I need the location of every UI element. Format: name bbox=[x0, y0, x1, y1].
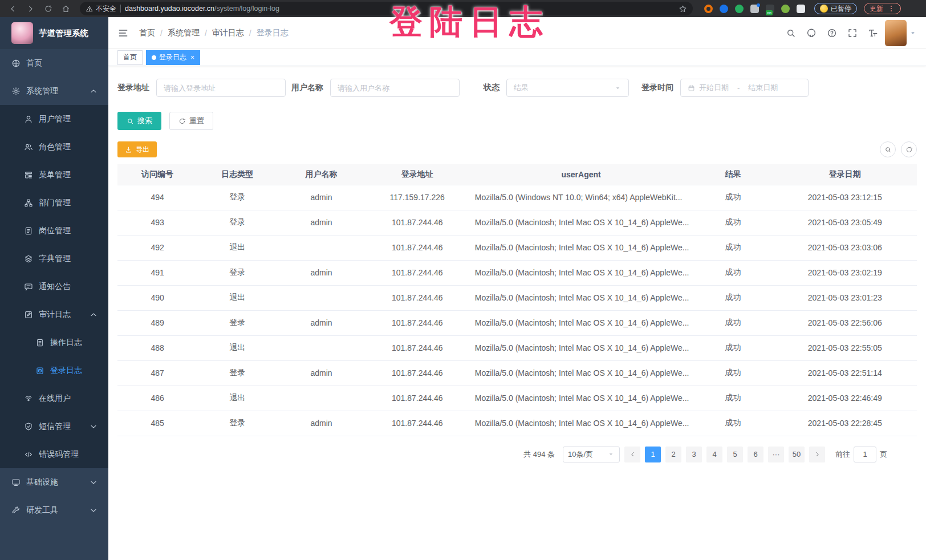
cell bbox=[277, 335, 365, 360]
orange-ring-extension-icon[interactable] bbox=[704, 5, 713, 13]
download-icon bbox=[125, 146, 132, 153]
search-button[interactable]: 搜索 bbox=[117, 112, 161, 130]
tab-0[interactable]: 首页 bbox=[117, 50, 143, 65]
sidebar-item-14[interactable]: 错误码管理 bbox=[0, 440, 108, 468]
sidebar-item-15[interactable]: 基础设施 bbox=[0, 468, 108, 496]
export-button[interactable]: 导出 bbox=[117, 141, 157, 157]
cell: 101.87.244.46 bbox=[365, 285, 469, 310]
user-avatar[interactable] bbox=[885, 20, 907, 46]
search-icon[interactable] bbox=[783, 26, 798, 40]
login-address-field[interactable] bbox=[164, 84, 278, 92]
sidebar-item-4[interactable]: 菜单管理 bbox=[0, 161, 108, 189]
goto-page-input[interactable] bbox=[854, 447, 876, 462]
user-menu-caret-icon[interactable] bbox=[909, 29, 917, 37]
browser-reload-icon[interactable] bbox=[41, 5, 55, 13]
breadcrumb-item-3: 登录日志 bbox=[257, 28, 289, 38]
page-size-caret-icon bbox=[607, 451, 615, 458]
cell: 登录 bbox=[197, 185, 277, 210]
sidebar-item-13[interactable]: 短信管理 bbox=[0, 412, 108, 440]
sidebar: 芋道管理系统 首页系统管理用户管理角色管理菜单管理部门管理岗位管理字典管理通知公… bbox=[0, 17, 108, 560]
reset-button[interactable]: 重置 bbox=[169, 112, 213, 130]
puzzle-extension-icon[interactable] bbox=[797, 5, 805, 13]
warning-triangle-icon bbox=[86, 5, 93, 13]
column-header-2: 用户名称 bbox=[277, 164, 365, 185]
sidebar-item-0[interactable]: 首页 bbox=[0, 49, 108, 77]
page-button-4[interactable]: 4 bbox=[706, 447, 722, 462]
cell: 2021-05-03 22:51:14 bbox=[773, 360, 917, 385]
browser-menu-icon[interactable] bbox=[886, 5, 895, 13]
cell: admin bbox=[277, 210, 365, 235]
sidebar-item-7[interactable]: 字典管理 bbox=[0, 245, 108, 273]
breadcrumb-separator: / bbox=[160, 29, 163, 38]
browser-forward-icon[interactable] bbox=[23, 5, 38, 13]
status-select[interactable]: 结果 bbox=[506, 79, 629, 97]
app-logo[interactable]: 芋道管理系统 bbox=[0, 17, 108, 49]
table-row: 494登录admin117.159.17.226Mozilla/5.0 (Win… bbox=[117, 185, 917, 210]
help-icon[interactable] bbox=[825, 26, 839, 40]
cell: 488 bbox=[117, 335, 197, 360]
sidebar-item-11-active[interactable]: 登录日志 bbox=[0, 356, 108, 384]
page-size-select[interactable]: 10条/页 bbox=[563, 447, 620, 462]
sidebar-item-1[interactable]: 系统管理 bbox=[0, 77, 108, 105]
github-icon[interactable] bbox=[804, 26, 819, 40]
cell: 2021-05-03 23:01:23 bbox=[773, 285, 917, 310]
sidebar-item-10[interactable]: 操作日志 bbox=[0, 328, 108, 356]
sidebar-item-5[interactable]: 部门管理 bbox=[0, 189, 108, 217]
cell: Mozilla/5.0 (Macintosh; Intel Mac OS X 1… bbox=[469, 285, 693, 310]
tab-label: 首页 bbox=[123, 52, 137, 62]
security-warning[interactable]: 不安全 bbox=[86, 4, 116, 14]
fullscreen-icon[interactable] bbox=[845, 26, 860, 40]
toggle-search-button[interactable] bbox=[880, 141, 896, 157]
start-date-placeholder: 开始日期 bbox=[699, 83, 729, 93]
browser-back-icon[interactable] bbox=[6, 5, 20, 13]
browser-update-button[interactable]: 更新 bbox=[864, 3, 901, 14]
green-circle-extension-icon[interactable] bbox=[735, 5, 744, 13]
tab-close-icon[interactable]: × bbox=[190, 54, 194, 62]
cell: 成功 bbox=[693, 260, 773, 285]
green-leaf-extension-icon[interactable] bbox=[781, 5, 790, 13]
username-input[interactable] bbox=[330, 79, 460, 97]
prev-page-button[interactable] bbox=[624, 447, 640, 462]
breadcrumb-item-0[interactable]: 首页 bbox=[139, 28, 155, 38]
sidebar-item-8[interactable]: 通知公告 bbox=[0, 273, 108, 301]
sidebar-collapse-icon[interactable] bbox=[117, 27, 129, 39]
url-divider bbox=[120, 5, 121, 13]
refresh-table-button[interactable] bbox=[901, 141, 917, 157]
sidebar-item-12[interactable]: 在线用户 bbox=[0, 384, 108, 412]
grid-blue-dot-extension-icon[interactable] bbox=[750, 5, 759, 13]
bookmark-star-icon[interactable] bbox=[679, 5, 687, 13]
login-address-input[interactable] bbox=[156, 79, 286, 97]
cell: 成功 bbox=[693, 411, 773, 436]
page-button-5[interactable]: 5 bbox=[727, 447, 743, 462]
chevron-left-icon bbox=[629, 451, 636, 458]
sidebar-item-6[interactable]: 岗位管理 bbox=[0, 217, 108, 245]
page-ellipsis[interactable]: ··· bbox=[768, 447, 784, 462]
breadcrumb: 首页/系统管理/审计日志/登录日志 bbox=[139, 28, 289, 38]
breadcrumb-item-1[interactable]: 系统管理 bbox=[168, 28, 200, 38]
cell: 101.87.244.46 bbox=[365, 335, 469, 360]
url-bar[interactable]: 不安全 dashboard.yudao.iocoder.cn/system/lo… bbox=[80, 2, 693, 15]
cell: admin bbox=[277, 411, 365, 436]
tab-1-active[interactable]: 登录日志× bbox=[146, 50, 200, 65]
username-field[interactable] bbox=[338, 84, 452, 92]
table-header: 访问编号日志类型用户名称登录地址userAgent结果登录日期 bbox=[117, 164, 917, 185]
sidebar-item-9[interactable]: 审计日志 bbox=[0, 301, 108, 328]
sidebar-item-16[interactable]: 研发工具 bbox=[0, 496, 108, 524]
page-button-3[interactable]: 3 bbox=[686, 447, 702, 462]
message-icon bbox=[24, 282, 33, 291]
font-size-icon[interactable] bbox=[866, 26, 880, 40]
breadcrumb-item-2[interactable]: 审计日志 bbox=[212, 28, 244, 38]
page-button-50[interactable]: 50 bbox=[789, 447, 805, 462]
list-on-badge-extension-icon[interactable]: on bbox=[766, 5, 774, 13]
page-button-2[interactable]: 2 bbox=[665, 447, 681, 462]
sidebar-item-3[interactable]: 角色管理 bbox=[0, 133, 108, 161]
date-range-picker[interactable]: 开始日期 - 结束日期 bbox=[680, 79, 809, 97]
sidebar-item-2[interactable]: 用户管理 bbox=[0, 105, 108, 133]
profile-paused-badge[interactable]: 已暂停 bbox=[814, 3, 857, 14]
blue-gem-extension-icon[interactable] bbox=[720, 5, 728, 13]
browser-home-icon[interactable] bbox=[59, 5, 73, 13]
page-button-6[interactable]: 6 bbox=[748, 447, 763, 462]
url-domain: dashboard.yudao.iocoder.cn bbox=[125, 5, 214, 13]
page-button-1[interactable]: 1 bbox=[645, 447, 661, 462]
next-page-button[interactable] bbox=[809, 447, 825, 462]
